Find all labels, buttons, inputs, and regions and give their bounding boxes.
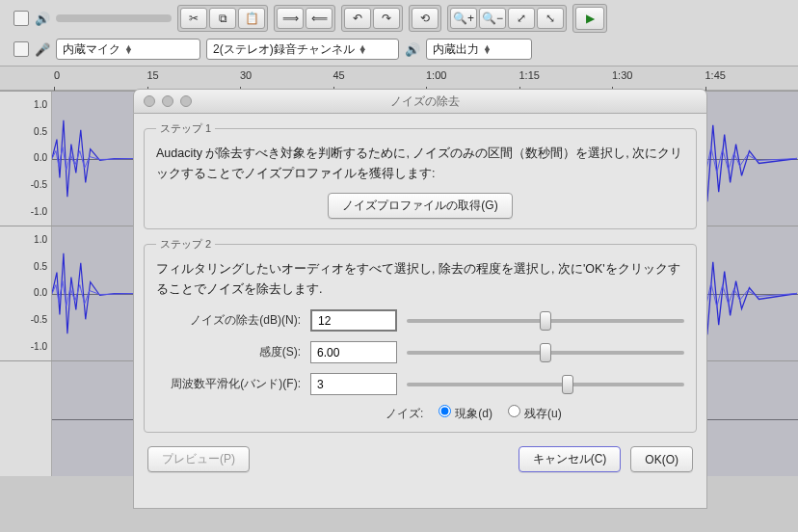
speaker-icon: 🔊 [35, 12, 50, 26]
track-scale: 1.00.50.0-0.5-1.0 [0, 226, 52, 360]
input-device-select[interactable]: 内蔵マイク [56, 39, 200, 60]
scale-value: 0.0 [34, 153, 47, 163]
scale-value: 0.5 [34, 262, 47, 272]
sync-lock-button[interactable]: ⟲ [412, 8, 439, 29]
ruler-tick: 1:45 [705, 69, 726, 81]
scale-value: -0.5 [31, 315, 47, 325]
freq-input[interactable] [310, 373, 397, 395]
radio-residue[interactable]: 残存(u) [508, 405, 562, 422]
scale-value: 1.0 [34, 100, 47, 110]
get-noise-profile-button[interactable]: ノイズプロファイルの取得(G) [328, 193, 512, 219]
output-device-select[interactable]: 内蔵出力 [426, 39, 532, 60]
step2-desc: フィルタリングしたいオーディオをすべて選択し, 除去の程度を選択し, 次に'OK… [156, 259, 684, 301]
cut-button[interactable]: ✂ [180, 8, 207, 29]
channels-select[interactable]: 2(ステレオ)録音チャンネル [206, 39, 399, 60]
ruler-tick: 1:30 [612, 69, 632, 81]
preview-button[interactable]: プレビュー(P) [147, 446, 250, 472]
track-scale: 1.00.50.0-0.5-1.0 [0, 92, 52, 226]
step2-group: ステップ 2 フィルタリングしたいオーディオをすべて選択し, 除去の程度を選択し… [144, 237, 697, 434]
ruler-tick: 0 [54, 69, 60, 81]
freq-label: 周波数平滑化(バンド)(F): [156, 376, 301, 392]
freq-slider[interactable] [407, 383, 684, 386]
reduction-input[interactable] [310, 309, 397, 332]
reduction-slider[interactable] [407, 319, 684, 323]
speaker-icon: 🔊 [405, 42, 420, 57]
ruler-tick: 1:15 [519, 69, 540, 81]
scale-value: 0.5 [34, 127, 47, 137]
drag-handle-icon[interactable] [13, 11, 29, 26]
step1-desc: Audacity が除去すべき対象を判断するために, ノイズのみの区間（数秒間）… [156, 144, 684, 185]
zoom-out-button[interactable]: 🔍− [479, 8, 506, 29]
noise-radio-label: ノイズ: [279, 406, 423, 422]
timeline-ruler[interactable]: 01530451:001:151:301:45 [0, 66, 798, 91]
paste-button[interactable]: 📋 [238, 8, 265, 29]
ruler-tick: 30 [240, 69, 252, 81]
sensitivity-label: 感度(S): [156, 344, 301, 360]
zoom-in-button[interactable]: 🔍+ [450, 8, 477, 29]
sensitivity-input[interactable] [310, 341, 397, 363]
scale-value: -1.0 [31, 342, 47, 352]
dialog-titlebar[interactable]: ノイズの除去 [133, 89, 707, 114]
redo-button[interactable]: ↷ [373, 8, 400, 29]
zoom-sel-button[interactable]: ⤢ [508, 8, 535, 29]
main-toolbars: 🔊 ✂ ⧉ 📋 ⟹ ⟸ ↶ ↷ ⟲ 🔍+ 🔍− ⤢ ⤡ ▶ 🎤 [0, 0, 798, 91]
scale-value: 1.0 [34, 235, 47, 245]
reduction-label: ノイズの除去(dB)(N): [156, 312, 301, 329]
microphone-icon: 🎤 [35, 42, 50, 57]
step2-legend: ステップ 2 [156, 237, 215, 252]
step1-legend: ステップ 1 [156, 121, 215, 136]
scale-value: 0.0 [34, 288, 47, 298]
dialog-footer: プレビュー(P) キャンセル(C) OK(O) [134, 437, 706, 482]
dialog-title: ノイズの除去 [192, 93, 706, 110]
drag-handle-icon[interactable] [13, 41, 29, 57]
track-scale [0, 361, 52, 476]
ok-button[interactable]: OK(O) [630, 446, 693, 472]
play-button[interactable]: ▶ [575, 7, 604, 30]
silence-button[interactable]: ⟸ [306, 8, 332, 29]
input-device-value: 内蔵マイク [63, 41, 120, 58]
copy-button[interactable]: ⧉ [209, 8, 236, 29]
ruler-tick: 15 [147, 69, 159, 81]
ruler-tick: 45 [333, 69, 345, 81]
maximize-icon[interactable] [180, 95, 192, 107]
scale-value: -1.0 [31, 207, 47, 217]
step1-group: ステップ 1 Audacity が除去すべき対象を判断するために, ノイズのみの… [144, 121, 697, 229]
trim-button[interactable]: ⟹ [277, 8, 304, 29]
output-device-value: 内蔵出力 [433, 41, 479, 58]
radio-reduce[interactable]: 現象(d) [439, 405, 492, 422]
close-icon[interactable] [144, 95, 155, 107]
meter-placeholder [56, 14, 172, 22]
zoom-fit-button[interactable]: ⤡ [537, 8, 564, 29]
sensitivity-slider[interactable] [407, 351, 684, 355]
noise-removal-dialog: ノイズの除去 ステップ 1 Audacity が除去すべき対象を判断するために,… [133, 89, 707, 532]
cancel-button[interactable]: キャンセル(C) [519, 446, 622, 472]
scale-value: -0.5 [31, 180, 47, 190]
ruler-tick: 1:00 [426, 69, 446, 81]
minimize-icon[interactable] [162, 95, 173, 107]
channels-value: 2(ステレオ)録音チャンネル [213, 41, 355, 58]
edit-toolbar: ✂ ⧉ 📋 [177, 5, 268, 32]
undo-button[interactable]: ↶ [344, 8, 371, 29]
